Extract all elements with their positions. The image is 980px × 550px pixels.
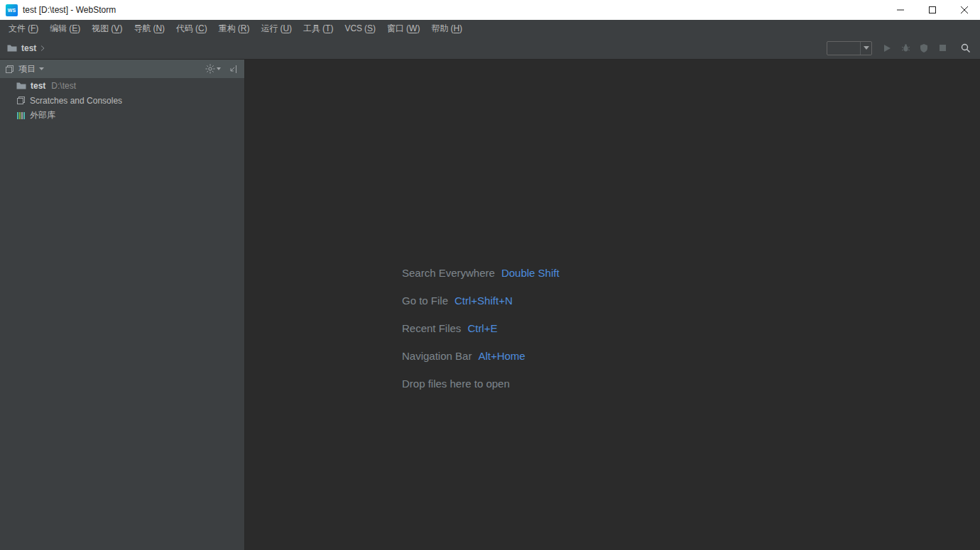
menu-item-view[interactable]: 视图V (86, 20, 128, 37)
hint-search-everywhere: Search Everywhere Double Shift (402, 259, 560, 287)
run-toolbar (827, 40, 973, 56)
play-icon (883, 44, 891, 53)
menu-item-refactor[interactable]: 重构R (213, 20, 256, 37)
project-tool-window: 项目 test D:\test (0, 60, 245, 550)
tree-item-external-libraries[interactable]: 外部库 (0, 108, 244, 123)
editor-area[interactable]: Search Everywhere Double Shift Go to Fil… (245, 60, 980, 550)
coverage-button[interactable] (916, 40, 932, 56)
project-panel-title[interactable]: 项目 (18, 63, 36, 75)
tree-item-path: D:\test (51, 81, 76, 91)
window-controls (884, 0, 980, 20)
window-title: test [D:\test] - WebStorm (23, 5, 116, 15)
close-icon (961, 6, 968, 13)
maximize-button[interactable] (916, 0, 948, 20)
stop-button[interactable] (935, 40, 950, 56)
navigation-toolbar: test (0, 37, 980, 60)
close-button[interactable] (948, 0, 980, 20)
folder-icon (7, 44, 17, 53)
panel-settings-button[interactable] (205, 64, 221, 74)
hide-icon (228, 65, 237, 74)
menu-bar: 文件F 编辑E 视图V 导航N 代码C 重构R 运行U 工具T VCSS 窗口W… (0, 20, 980, 37)
bug-icon (901, 43, 910, 53)
project-view-icon (5, 65, 14, 74)
chevron-right-icon (40, 45, 45, 51)
chevron-down-icon (217, 67, 221, 70)
tree-item-label: Scratches and Consoles (30, 96, 122, 106)
menu-item-help[interactable]: 帮助H (425, 20, 468, 37)
project-tree: test D:\test Scratches and Consoles 外部库 (0, 78, 244, 123)
hint-recent-files: Recent Files Ctrl+E (402, 314, 560, 342)
shield-icon (920, 43, 928, 53)
menu-item-file[interactable]: 文件F (3, 20, 44, 37)
menu-item-tools[interactable]: 工具T (298, 20, 339, 37)
breadcrumb-project-label: test (21, 43, 36, 53)
stop-icon (939, 44, 947, 52)
scratches-icon (16, 96, 26, 105)
run-config-select[interactable] (827, 41, 872, 55)
menu-item-vcs[interactable]: VCSS (339, 20, 381, 37)
tree-item-label: test (31, 81, 45, 91)
library-icon (16, 111, 26, 120)
breadcrumb[interactable]: test (7, 43, 45, 53)
chevron-down-icon[interactable] (39, 67, 44, 70)
shortcut-hints: Search Everywhere Double Shift Go to Fil… (402, 259, 560, 397)
menu-item-code[interactable]: 代码C (170, 20, 213, 37)
gear-icon (205, 64, 215, 74)
title-bar: WS test [D:\test] - WebStorm (0, 0, 980, 20)
tree-item-label: 外部库 (30, 109, 55, 121)
menu-item-window[interactable]: 窗口W (381, 20, 425, 37)
webstorm-logo-icon: WS (6, 4, 18, 16)
hide-panel-button[interactable] (228, 65, 237, 74)
hint-navigation-bar: Navigation Bar Alt+Home (402, 342, 560, 370)
run-button[interactable] (879, 40, 895, 56)
chevron-down-icon (864, 46, 869, 50)
search-everywhere-button[interactable] (957, 40, 973, 56)
tree-item-scratches[interactable]: Scratches and Consoles (0, 93, 244, 108)
hint-go-to-file: Go to File Ctrl+Shift+N (402, 287, 560, 314)
webstorm-window: WS test [D:\test] - WebStorm 文件F 编辑E 视图V… (0, 0, 980, 550)
maximize-icon (929, 6, 936, 13)
search-icon (960, 43, 971, 53)
menu-item-navigate[interactable]: 导航N (128, 20, 170, 37)
debug-button[interactable] (898, 40, 913, 56)
menu-item-run[interactable]: 运行U (255, 20, 298, 37)
minimize-button[interactable] (884, 0, 916, 20)
tree-item-project-root[interactable]: test D:\test (0, 78, 244, 93)
project-panel-header: 项目 (0, 60, 244, 78)
menu-item-edit[interactable]: 编辑E (44, 20, 86, 37)
minimize-icon (897, 6, 904, 13)
hint-drop-files: Drop files here to open (402, 370, 560, 397)
main-area: 项目 test D:\test (0, 60, 980, 550)
folder-icon (16, 82, 26, 90)
